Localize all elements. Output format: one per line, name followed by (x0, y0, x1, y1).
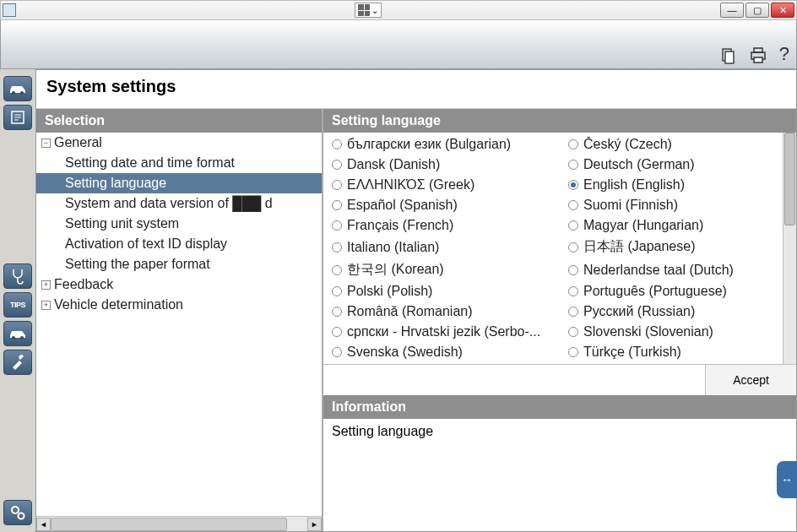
language-option[interactable]: српски - Hrvatski jezik (Serbo-... (323, 322, 560, 342)
radio-icon (332, 242, 342, 252)
radio-icon (332, 180, 342, 190)
language-option[interactable]: Suomi (Finnish) (560, 195, 796, 215)
information-header: Information (323, 395, 796, 419)
rail-vehicle[interactable] (3, 76, 32, 101)
radio-icon (332, 307, 342, 317)
radio-icon (568, 200, 578, 210)
tree-node[interactable]: −General (36, 133, 322, 153)
vertical-scrollbar[interactable] (783, 133, 796, 364)
expand-icon[interactable]: + (41, 280, 51, 290)
accept-bar: Accept (323, 364, 796, 395)
rail-vehicle2[interactable] (3, 321, 32, 346)
rail-tips[interactable]: TIPS (3, 292, 32, 318)
svg-rect-4 (754, 57, 762, 62)
left-rail: TIPS (0, 69, 35, 532)
radio-icon (332, 200, 342, 210)
language-option[interactable]: Türkçe (Turkish) (560, 342, 796, 362)
language-option[interactable]: Português (Portuguese) (560, 281, 796, 301)
svg-point-13 (12, 507, 19, 513)
collapse-icon[interactable]: − (41, 138, 51, 148)
accept-button[interactable]: Accept (705, 365, 796, 395)
tree-child[interactable]: Setting unit system (36, 214, 322, 234)
svg-rect-3 (754, 48, 762, 52)
language-option[interactable]: English (English) (560, 175, 796, 195)
rail-diagnostics[interactable] (3, 263, 32, 289)
app-icon (3, 3, 16, 17)
radio-icon (332, 160, 342, 170)
language-option[interactable]: Français (French) (323, 215, 560, 236)
page-title: System settings (36, 70, 796, 109)
help-button[interactable]: ? (779, 43, 789, 65)
svg-point-14 (19, 513, 24, 519)
radio-icon (568, 307, 578, 317)
tree-child[interactable]: System and data version of ███ d (36, 193, 322, 214)
print-icon[interactable] (749, 46, 767, 65)
radio-icon (332, 347, 342, 357)
language-option[interactable]: Español (Spanish) (323, 195, 560, 215)
tree-child[interactable]: Setting the paper format (36, 254, 322, 274)
language-label: српски - Hrvatski jezik (Serbo-... (347, 324, 540, 339)
tree-node[interactable]: +Vehicle determination (36, 295, 322, 315)
language-option[interactable]: Polski (Polish) (323, 281, 560, 301)
rail-tools[interactable] (3, 350, 32, 375)
tree-child[interactable]: Activation of text ID display (36, 234, 322, 254)
svg-rect-1 (725, 52, 734, 63)
information-body: Setting language (323, 419, 796, 531)
language-option[interactable]: Română (Romanian) (323, 301, 560, 322)
language-label: 日本語 (Japanese) (583, 238, 696, 256)
svg-point-11 (12, 336, 15, 339)
language-option[interactable]: 日本語 (Japanese) (560, 236, 796, 258)
selection-column: Selection −GeneralSetting date and time … (36, 109, 323, 531)
language-option[interactable]: Slovenski (Slovenian) (560, 322, 796, 342)
language-option[interactable]: Dansk (Danish) (323, 155, 560, 175)
language-option[interactable]: ΕΛΛΗΝΙΚΌΣ (Greek) (323, 175, 560, 195)
scroll-right-icon[interactable]: ► (307, 518, 322, 531)
language-option[interactable]: 한국의 (Korean) (323, 258, 560, 281)
language-label: 한국의 (Korean) (347, 261, 444, 279)
app-header: ? (0, 20, 797, 69)
expand-icon[interactable]: + (41, 301, 51, 310)
close-button[interactable]: ✕ (771, 3, 794, 18)
svg-point-6 (20, 91, 24, 95)
language-label: Deutsch (German) (583, 157, 695, 172)
radio-icon (332, 327, 342, 337)
tree-node-label: Feedback (54, 277, 113, 292)
language-option[interactable]: Deutsch (German) (560, 155, 796, 175)
radio-icon (568, 327, 578, 337)
maximize-button[interactable]: ▢ (745, 3, 769, 18)
tree-node-label: Vehicle determination (54, 297, 183, 312)
expand-control[interactable]: ⌄ (355, 3, 382, 18)
tree-node[interactable]: +Feedback (36, 274, 322, 295)
language-column: Setting language български език (Bulgari… (323, 109, 796, 531)
tree-child[interactable]: Setting date and time format (36, 153, 322, 173)
language-option[interactable]: Italiano (Italian) (323, 236, 560, 258)
radio-icon (568, 265, 578, 275)
radio-icon (332, 139, 342, 149)
language-label: Magyar (Hungarian) (583, 218, 703, 233)
selection-header: Selection (36, 109, 322, 133)
language-option[interactable]: български език (Bulgarian) (323, 134, 560, 155)
language-header: Setting language (323, 109, 796, 133)
rail-settings[interactable] (3, 500, 32, 525)
language-label: Český (Czech) (583, 137, 672, 152)
tree-child[interactable]: Setting language (36, 173, 322, 193)
language-label: Svenska (Swedish) (347, 345, 463, 360)
language-label: Français (French) (347, 218, 453, 233)
rail-document[interactable] (3, 105, 32, 130)
language-label: English (English) (583, 177, 685, 193)
language-option[interactable]: Русский (Russian) (560, 301, 796, 322)
scroll-left-icon[interactable]: ◄ (36, 518, 51, 531)
horizontal-scrollbar[interactable]: ◄ ► (36, 516, 322, 531)
radio-icon (568, 180, 578, 190)
language-option[interactable]: Magyar (Hungarian) (560, 215, 796, 236)
radio-icon (568, 242, 578, 252)
minimize-button[interactable]: — (720, 3, 744, 18)
language-grid: български език (Bulgarian)Český (Czech)D… (323, 133, 796, 364)
teamviewer-badge[interactable]: ↔ (777, 461, 797, 498)
language-option[interactable]: Český (Czech) (560, 134, 796, 155)
radio-icon (332, 265, 342, 275)
copy-icon[interactable] (718, 46, 737, 65)
selection-tree[interactable]: −GeneralSetting date and time formatSett… (36, 133, 322, 516)
language-option[interactable]: Nederlandse taal (Dutch) (560, 258, 796, 281)
language-option[interactable]: Svenska (Swedish) (323, 342, 560, 362)
